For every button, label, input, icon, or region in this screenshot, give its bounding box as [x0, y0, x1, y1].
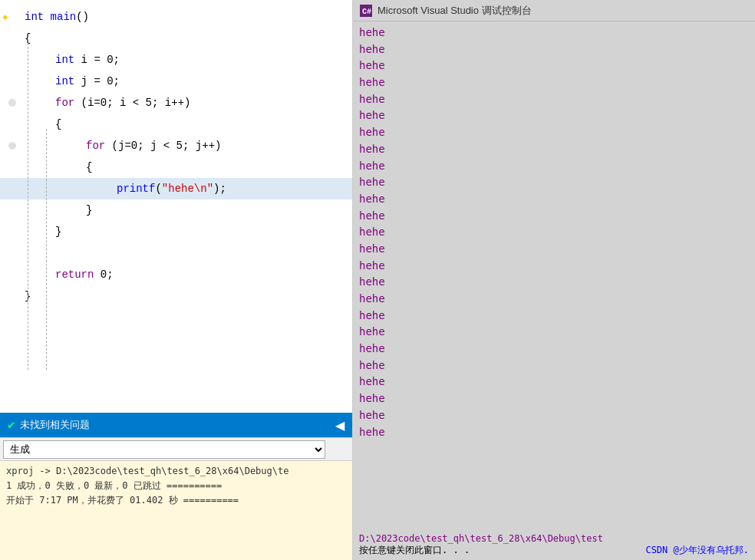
- code-line-8-text: {: [25, 161, 92, 173]
- code-line-4: int j = 0;: [0, 71, 352, 92]
- build-toolbar: 生成: [0, 438, 352, 461]
- code-line-12-text: [25, 247, 31, 259]
- build-output: xproj -> D:\2023code\test_qh\test_6_28\x…: [0, 461, 352, 560]
- line-gutter-7: [0, 142, 25, 150]
- code-line-11: }: [0, 221, 352, 242]
- hehe-line-24: hehe: [359, 407, 749, 424]
- code-line-12: [0, 242, 352, 264]
- debug-console: C# Microsoft Visual Studio 调试控制台 hehe he…: [353, 0, 755, 560]
- code-editor[interactable]: ⬥ int main() { int i = 0; int j = 0;: [0, 0, 352, 413]
- debug-close-msg: 按任意键关闭此窗口. . .: [359, 544, 470, 557]
- hehe-line-22: hehe: [359, 374, 749, 390]
- svg-text:C#: C#: [362, 8, 371, 16]
- hehe-line-15: hehe: [359, 258, 749, 275]
- build-panel: 生成 xproj -> D:\2023code\test_qh\test_6_2…: [0, 437, 352, 560]
- hehe-line-19: hehe: [359, 324, 749, 341]
- hehe-line-21: hehe: [359, 357, 749, 374]
- build-line-1: xproj -> D:\2023code\test_qh\test_6_28\x…: [6, 464, 346, 479]
- debug-arrow-1: ⬥: [2, 10, 9, 24]
- hehe-line-5: hehe: [359, 91, 749, 108]
- code-line-9-text: printf("hehe\n");: [25, 183, 226, 195]
- code-line-6: {: [0, 114, 352, 135]
- code-line-13: return 0;: [0, 264, 352, 285]
- hehe-line-11: hehe: [359, 191, 749, 208]
- console-title: Microsoft Visual Studio 调试控制台: [378, 4, 532, 18]
- hehe-line-6: hehe: [359, 107, 749, 124]
- status-check-icon: ✔: [8, 417, 15, 433]
- code-line-10: }: [0, 199, 352, 221]
- hehe-line-4: hehe: [359, 74, 749, 91]
- code-line-13-text: return 0;: [25, 268, 114, 281]
- hehe-line-20: hehe: [359, 341, 749, 357]
- code-line-5: for (i=0; i < 5; i++): [0, 92, 352, 114]
- main-area: ⬥ int main() { int i = 0; int j = 0;: [0, 0, 755, 560]
- status-message: 未找到相关问题: [20, 418, 90, 432]
- hehe-line-25: hehe: [359, 424, 749, 441]
- code-line-14-text: }: [25, 290, 31, 302]
- debug-credit: CSDN @少年没有乌托邦.: [645, 544, 749, 557]
- code-line-2: {: [0, 28, 352, 49]
- hehe-line-23: hehe: [359, 390, 749, 407]
- line-gutter-5: [0, 99, 25, 107]
- debug-output[interactable]: hehe hehe hehe hehe hehe hehe hehe hehe …: [353, 21, 755, 530]
- code-line-1: ⬥ int main(): [0, 6, 352, 28]
- code-line-7: for (j=0; j < 5; j++): [0, 135, 352, 156]
- hehe-line-3: hehe: [359, 58, 749, 74]
- code-line-5-text: for (i=0; i < 5; i++): [25, 97, 190, 109]
- code-line-1-text: int main(): [25, 11, 89, 23]
- debug-console-header: C# Microsoft Visual Studio 调试控制台: [353, 0, 755, 21]
- hehe-line-14: hehe: [359, 241, 749, 258]
- hehe-line-2: hehe: [359, 41, 749, 58]
- hehe-line-1: hehe: [359, 25, 749, 41]
- code-line-11-text: }: [25, 226, 61, 238]
- hehe-line-8: hehe: [359, 141, 749, 158]
- vs-icon: C#: [359, 4, 373, 18]
- code-panel: ⬥ int main() { int i = 0; int j = 0;: [0, 0, 353, 560]
- status-bar: ✔ 未找到相关问题 ◀: [0, 413, 352, 437]
- hehe-line-13: hehe: [359, 224, 749, 241]
- hehe-line-18: hehe: [359, 308, 749, 324]
- hehe-line-10: hehe: [359, 174, 749, 191]
- code-line-4-text: int j = 0;: [25, 75, 120, 87]
- code-line-14: }: [0, 285, 352, 307]
- code-line-3-text: int i = 0;: [25, 54, 120, 66]
- build-dropdown[interactable]: 生成: [3, 440, 325, 459]
- status-arrow-button[interactable]: ◀: [335, 418, 345, 433]
- hehe-line-17: hehe: [359, 291, 749, 308]
- status-left: ✔ 未找到相关问题: [8, 417, 90, 433]
- code-line-10-text: }: [25, 204, 92, 216]
- code-line-3: int i = 0;: [0, 49, 352, 71]
- code-line-7-text: for (j=0; j < 5; j++): [25, 140, 221, 152]
- build-line-3: 开始于 7:17 PM，并花费了 01.402 秒 ==========: [6, 493, 346, 508]
- code-line-6-text: {: [25, 118, 61, 130]
- debug-bottom: D:\2023code\test_qh\test_6_28\x64\Debug\…: [353, 530, 755, 560]
- code-line-8: {: [0, 156, 352, 178]
- code-line-2-text: {: [25, 32, 31, 44]
- build-line-2: 1 成功，0 失败，0 最新，0 已跳过 ==========: [6, 479, 346, 493]
- debug-path: D:\2023code\test_qh\test_6_28\x64\Debug\…: [359, 533, 749, 544]
- code-line-9: printf("hehe\n");: [0, 178, 352, 199]
- hehe-line-9: hehe: [359, 158, 749, 175]
- hehe-line-7: hehe: [359, 124, 749, 141]
- hehe-line-16: hehe: [359, 274, 749, 291]
- hehe-line-12: hehe: [359, 208, 749, 225]
